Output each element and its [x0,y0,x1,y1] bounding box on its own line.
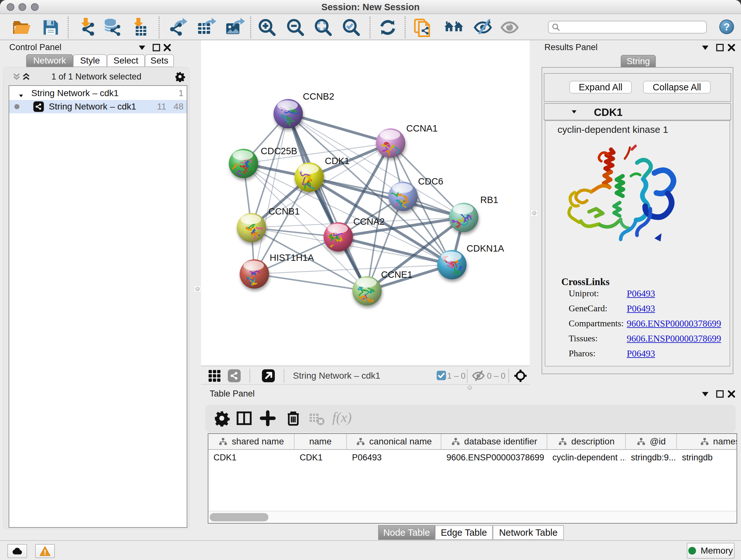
import-table-icon[interactable] [129,17,150,38]
import-network-icon[interactable] [77,17,97,38]
detach-view-icon[interactable] [261,369,275,383]
network-edge[interactable] [288,114,367,291]
results-panel-menu-icon[interactable] [700,43,710,52]
open-folder-icon[interactable] [11,17,32,38]
column-header-namespace[interactable]: namespace [677,434,737,449]
control-panel-float-icon[interactable] [151,43,161,52]
left-splitter-handle[interactable] [194,286,201,293]
import-database-icon[interactable] [103,17,123,38]
hide-selected-icon[interactable] [473,17,493,38]
table-delete-table-icon[interactable] [307,409,327,428]
table-add-column-icon[interactable] [258,409,277,428]
gene-section-header[interactable]: CDK1 [544,103,731,120]
column-header-canonical-name[interactable]: canonical name [347,434,441,449]
export-network-icon[interactable] [167,17,188,38]
scrollbar-thumb[interactable] [210,513,268,521]
table-horizontal-scrollbar[interactable] [208,511,737,523]
control-panel-menu-icon[interactable] [137,43,147,52]
node-label: CCNB2 [303,91,334,102]
results-tab-string[interactable]: String [621,55,656,68]
network-node-CCNA1[interactable]: CCNA1 [375,123,437,158]
control-tab-sets[interactable]: Sets [145,54,174,67]
control-panel-title: Control Panel [9,43,62,52]
refresh-icon[interactable] [378,17,398,38]
view-grid-icon[interactable] [207,369,221,383]
shared-column-icon [558,437,567,446]
table-cell[interactable]: cyclin-dependent ... [547,450,626,464]
table-tab-node-table[interactable]: Node Table [378,525,435,540]
crosslinks-title: CrossLinks [561,276,610,288]
table-panel-menu-icon[interactable] [700,389,710,399]
search-input[interactable] [560,22,706,32]
node-label: CDC25B [261,146,297,156]
crosslink-value-link[interactable]: 9606.ENSP00000378699 [627,333,721,344]
birdseye-crosshair-icon[interactable] [514,369,528,383]
zoom-in-icon[interactable] [257,17,277,38]
table-row[interactable]: CDK1CDK1P064939606.ENSP00000378699cyclin… [208,450,737,464]
table-settings-gear-icon[interactable] [212,409,231,428]
control-tab-network[interactable]: Network [26,54,73,67]
network-node-RB1[interactable]: RB1 [449,195,498,232]
clone-network-icon[interactable] [413,17,433,38]
results-tab-label: String [626,56,650,66]
column-header-description[interactable]: description [547,434,626,449]
expand-all-button[interactable]: Expand All [569,81,632,94]
collapse-all-label: Collapse All [653,82,701,92]
warnings-button[interactable] [35,544,55,558]
control-tab-style[interactable]: Style [73,54,107,67]
crosslink-value-link[interactable]: P06493 [627,348,655,359]
crosslink-value-link[interactable]: P06493 [627,303,655,314]
table-cell[interactable]: CDK1 [208,450,294,464]
network-collection-row[interactable]: String Network – cdk1 1 [9,86,187,100]
table-cell[interactable]: 9606.ENSP00000378699 [441,450,547,464]
show-hidden-icon[interactable] [499,17,520,38]
selected-checkbox-icon[interactable] [436,370,447,381]
results-panel-close-icon[interactable] [727,43,736,52]
results-panel-title: Results Panel [544,43,598,52]
table-delete-column-icon[interactable] [284,409,303,428]
table-function-builder[interactable]: f(x) [332,409,352,426]
zoom-out-icon[interactable] [285,17,306,38]
export-image-icon[interactable] [225,17,246,38]
crosslink-value-link[interactable]: P06493 [627,288,655,299]
help-button[interactable]: ? [719,19,734,34]
table-tab-network-table[interactable]: Network Table [493,525,564,540]
network-options-gear-icon[interactable] [175,71,185,82]
cloud-button[interactable] [7,544,27,558]
table-cell[interactable]: stringdb [677,450,737,464]
table-panel-close-icon[interactable] [727,389,736,399]
network-node-HIST1H1A[interactable]: HIST1H1A [240,253,314,289]
column-header--id[interactable]: @id [626,434,677,449]
zoom-selected-icon[interactable] [341,17,361,38]
control-panel-close-icon[interactable] [162,43,172,52]
collapse-all-button[interactable]: Collapse All [643,81,711,94]
memory-button[interactable]: Memory [687,543,735,559]
table-panel-float-icon[interactable] [715,389,725,399]
export-table-icon[interactable] [196,17,217,38]
column-header-shared-name[interactable]: shared name [208,434,294,449]
search-field[interactable] [548,21,707,34]
results-panel-float-icon[interactable] [715,43,725,52]
network-node-CDKN1A[interactable]: CDKN1A [437,243,504,279]
save-icon[interactable] [41,17,61,38]
string-network-badge-icon [33,101,44,112]
control-tab-select[interactable]: Select [107,54,145,67]
gene-expander-icon[interactable] [570,108,578,115]
collection-expander-icon[interactable] [17,91,24,97]
table-columns-icon[interactable] [234,409,254,428]
view-share-icon[interactable] [227,369,241,383]
column-header-name[interactable]: name [294,434,347,449]
table-cell[interactable]: P06493 [347,450,441,464]
table-cell[interactable]: CDK1 [294,450,347,464]
table-cell[interactable]: stringdb:9... [626,450,677,464]
table-tab-edge-table[interactable]: Edge Table [435,525,493,540]
string-home-icon[interactable] [444,17,464,38]
zoom-fit-icon[interactable] [313,17,333,38]
column-header-database-identifier[interactable]: database identifier [441,434,547,449]
crosslink-value-link[interactable]: 9606.ENSP00000378699 [627,318,721,329]
hidden-eye-icon[interactable] [472,370,485,381]
crosslink-row: Compartments:9606.ENSP00000378699 [545,316,730,331]
network-row[interactable]: String Network – cdk1 11 48 [9,100,187,113]
node-table: shared namenamecanonical namedatabase id… [208,433,737,523]
network-name: String Network – cdk1 [49,102,136,112]
